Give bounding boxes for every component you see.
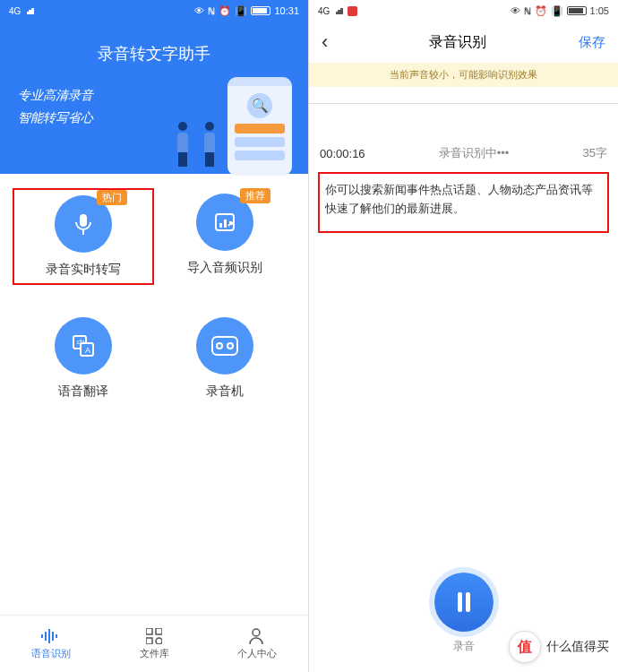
svg-rect-19: [146, 638, 152, 644]
waveform-icon: [41, 628, 61, 644]
svg-rect-3: [219, 223, 222, 228]
back-button[interactable]: ‹: [322, 30, 345, 54]
transcript-text[interactable]: 你可以搜索新闻事件热点话题、人物动态产品资讯等快速了解他们的最新进展。: [318, 172, 609, 233]
tile-voice-translate[interactable]: 中A 语音翻译: [13, 312, 154, 405]
svg-rect-12: [41, 634, 43, 638]
nav-label: 个人中心: [237, 647, 277, 660]
alarm-icon: ⏰: [219, 5, 231, 17]
grid-icon: [144, 628, 164, 644]
feature-grid: 热门 录音实时转写 推荐 导入音频识别 中A 语音翻译 录音机: [0, 174, 308, 405]
svg-point-21: [253, 629, 260, 636]
elapsed-time: 00:00:16: [320, 147, 365, 160]
status-time: 1:05: [590, 5, 609, 16]
tile-label: 语音翻译: [58, 383, 108, 400]
svg-point-10: [217, 343, 222, 349]
status-bar: 4G 👁 ℕ ⏰ 📳 1:05: [309, 0, 618, 22]
svg-rect-4: [224, 220, 227, 228]
phone-home-screen: 4G 👁 ℕ ⏰ 📳 10:31 录音转文字助手 专业高清录音 智能转写省心 🔍: [0, 0, 309, 672]
warning-banner: 当前声音较小，可能影响识别效果: [309, 63, 618, 87]
nav-label: 文件库: [140, 647, 169, 660]
svg-point-20: [156, 638, 162, 644]
tile-import-audio[interactable]: 推荐 导入音频识别: [154, 188, 296, 285]
chart-icon: [211, 209, 238, 236]
notification-icon: [348, 6, 357, 16]
mic-icon: [70, 211, 97, 237]
nfc-icon: ℕ: [208, 6, 215, 16]
pause-record-button[interactable]: [434, 573, 494, 632]
banner-illustration: 🔍: [167, 77, 292, 167]
tape-icon: [210, 335, 239, 357]
svg-rect-0: [80, 214, 87, 227]
tile-recorder[interactable]: 录音机: [154, 312, 296, 405]
tile-label: 录音机: [206, 383, 244, 400]
magnifier-icon: 🔍: [247, 93, 272, 118]
translate-icon: 中A: [70, 332, 97, 359]
eye-icon: 👁: [511, 5, 520, 16]
nfc-icon: ℕ: [524, 6, 531, 16]
page-title: 录音识别: [345, 33, 570, 52]
svg-rect-16: [56, 634, 57, 638]
title-bar: ‹ 录音识别 保存: [309, 22, 618, 63]
app-banner: 录音转文字助手 专业高清录音 智能转写省心 🔍: [0, 22, 308, 174]
nav-profile[interactable]: 个人中心: [205, 616, 308, 672]
svg-rect-15: [52, 632, 54, 641]
battery-icon: [567, 6, 587, 15]
recording-status-row: 00:00:16 录音识别中••• 35字: [309, 138, 618, 168]
svg-rect-18: [156, 628, 162, 634]
status-time: 10:31: [274, 5, 299, 16]
svg-text:A: A: [85, 346, 90, 355]
save-button[interactable]: 保存: [570, 34, 605, 51]
watermark-text: 什么值得买: [546, 639, 609, 655]
eye-icon: 👁: [194, 5, 204, 16]
watermark: 值 什么值得买: [509, 631, 609, 663]
person-icon: [247, 628, 267, 644]
recommend-badge: 推荐: [240, 188, 270, 203]
alarm-icon: ⏰: [535, 5, 547, 17]
tile-realtime-transcribe[interactable]: 热门 录音实时转写: [13, 188, 154, 285]
nav-file-library[interactable]: 文件库: [103, 616, 206, 672]
pause-icon: [458, 592, 470, 612]
record-label: 录音: [453, 639, 475, 654]
tile-label: 录音实时转写: [46, 262, 121, 278]
svg-rect-13: [45, 632, 47, 641]
svg-point-11: [227, 343, 233, 349]
svg-rect-17: [146, 628, 152, 634]
hot-badge: 热门: [97, 190, 127, 205]
vibrate-icon: 📳: [551, 5, 563, 17]
bottom-nav: 语音识别 文件库 个人中心: [0, 615, 308, 672]
tile-label: 导入音频识别: [187, 260, 262, 276]
status-bar: 4G 👁 ℕ ⏰ 📳 10:31: [0, 0, 308, 22]
phone-recording-screen: 4G 👁 ℕ ⏰ 📳 1:05 ‹ 录音识别 保存 当前声音较小，可能影响识别效…: [309, 0, 618, 672]
nav-label: 语音识别: [31, 647, 71, 660]
char-count: 35字: [583, 145, 607, 161]
svg-rect-14: [48, 629, 50, 643]
watermark-icon: 值: [509, 631, 541, 663]
app-title: 录音转文字助手: [18, 43, 290, 65]
divider: [309, 103, 618, 104]
battery-icon: [251, 6, 270, 15]
vibrate-icon: 📳: [235, 5, 247, 17]
recognizing-label: 录音识别中•••: [439, 145, 510, 161]
nav-voice-recognition[interactable]: 语音识别: [0, 616, 103, 672]
